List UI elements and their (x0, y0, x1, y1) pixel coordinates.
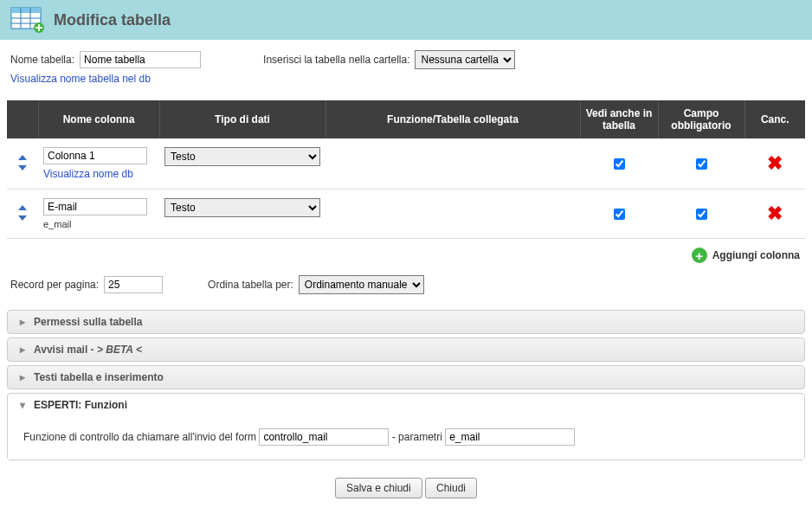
records-row: Record per pagina: Ordina tabella per: O… (0, 270, 812, 310)
params-input[interactable] (445, 428, 575, 446)
column-name-input[interactable] (43, 147, 147, 164)
show-db-name-link[interactable]: Visualizza nome db (43, 168, 133, 180)
expand-icon: ▸ (16, 344, 29, 356)
accordion-title: Testi tabella e inserimento (34, 371, 164, 383)
collapse-icon: ▾ (16, 399, 29, 411)
add-column-button[interactable]: + Aggiungi colonna (0, 239, 812, 270)
required-checkbox[interactable] (696, 209, 707, 220)
records-per-page-input[interactable] (104, 276, 163, 293)
table-row: e_mail Testo ✖ (7, 190, 805, 239)
sort-handle-icon[interactable] (16, 203, 29, 222)
col-header-show: Vedi anche in tabella (580, 100, 658, 138)
delete-column-icon[interactable]: ✖ (767, 152, 783, 174)
svg-marker-9 (18, 155, 27, 160)
column-type-select[interactable]: Testo (164, 147, 320, 166)
show-db-table-name-link[interactable]: Visualizza nome tabella nel db (10, 73, 151, 85)
control-function-label: Funzione di controllo da chiamare all'in… (23, 431, 256, 443)
accordion-esperti: ▾ ESPERTI: Funzioni Funzione di controll… (7, 393, 805, 460)
accordion-permessi[interactable]: ▸ Permessi sulla tabella (7, 310, 805, 334)
col-header-function: Funzione/Tabella collegata (325, 100, 580, 138)
svg-marker-11 (18, 205, 27, 210)
required-checkbox[interactable] (696, 158, 707, 170)
column-type-select[interactable]: Testo (164, 198, 320, 217)
add-column-label: Aggiungi colonna (712, 249, 800, 261)
col-header-delete: Canc. (744, 100, 805, 138)
column-name-input[interactable] (43, 198, 147, 215)
accordion-avvisi[interactable]: ▸ Avvisi mail - > BETA < (7, 337, 805, 362)
control-function-input[interactable] (259, 428, 389, 446)
folder-label: Inserisci la tabella nella cartella: (263, 54, 409, 66)
columns-table: Nome colonna Tipo di dati Funzione/Tabel… (7, 100, 805, 239)
expand-icon: ▸ (16, 371, 29, 383)
accordion-title: Permessi sulla tabella (34, 316, 142, 328)
folder-select[interactable]: Nessuna cartella (415, 50, 515, 69)
col-header-required: Campo obbligatorio (658, 100, 744, 138)
params-label: - parametri (392, 431, 442, 443)
svg-marker-12 (18, 215, 27, 221)
plus-icon: + (692, 247, 707, 263)
records-per-page-label: Record per pagina: (10, 279, 99, 291)
accordion-title: Avvisi mail - > BETA < (34, 344, 142, 356)
sort-handle-icon[interactable] (16, 153, 29, 172)
order-by-label: Ordina tabella per: (208, 279, 293, 291)
show-in-table-checkbox[interactable] (614, 209, 625, 220)
delete-column-icon[interactable]: ✖ (767, 202, 783, 224)
table-name-row: Nome tabella: Inserisci la tabella nella… (0, 40, 812, 69)
svg-marker-10 (18, 165, 27, 170)
accordion-esperti-header[interactable]: ▾ ESPERTI: Funzioni (8, 394, 804, 416)
expand-icon: ▸ (16, 316, 29, 328)
page-title: Modifica tabella (54, 11, 171, 29)
column-db-name: e_mail (43, 219, 154, 229)
show-in-table-checkbox[interactable] (614, 158, 625, 170)
table-row: Visualizza nome db Testo ✖ (7, 138, 805, 190)
accordion-title: ESPERTI: Funzioni (34, 399, 127, 411)
svg-rect-1 (11, 8, 41, 13)
page-header: Modifica tabella (0, 0, 812, 40)
close-button[interactable]: Chiudi (425, 478, 477, 498)
col-header-type: Tipo di dati (159, 100, 325, 138)
col-header-name: Nome colonna (38, 100, 159, 138)
table-name-input[interactable] (80, 51, 201, 68)
table-add-icon (10, 7, 45, 33)
table-name-label: Nome tabella: (10, 54, 74, 66)
order-by-select[interactable]: Ordinamento manuale (299, 275, 424, 294)
accordion-testi[interactable]: ▸ Testi tabella e inserimento (7, 365, 805, 389)
save-close-button[interactable]: Salva e chiudi (335, 478, 422, 498)
